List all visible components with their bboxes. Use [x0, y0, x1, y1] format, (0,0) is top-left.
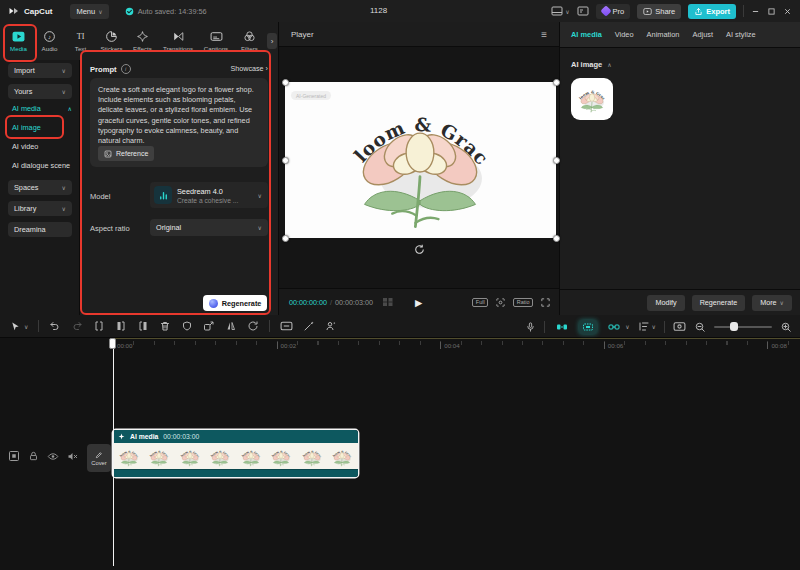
- minimize-button[interactable]: [751, 7, 760, 16]
- timeline-zoom-slider[interactable]: [714, 326, 772, 328]
- lock-icon[interactable]: [28, 450, 39, 462]
- full-preview-button[interactable]: Full: [472, 298, 488, 307]
- timeline-clip-ai-media[interactable]: AI media 00:00:03:00: [113, 430, 358, 477]
- tab-stickers[interactable]: Stickers: [96, 30, 127, 52]
- tab-animation[interactable]: Animation: [647, 30, 680, 39]
- ai-character-icon[interactable]: [325, 320, 337, 332]
- modify-button[interactable]: Modify: [647, 295, 684, 311]
- microphone-icon[interactable]: [525, 321, 536, 333]
- fullscreen-icon[interactable]: [540, 297, 551, 308]
- rotate-handle-icon[interactable]: [413, 243, 426, 256]
- main-track-icon[interactable]: [8, 450, 20, 462]
- zoom-in-icon[interactable]: [780, 321, 792, 333]
- tab-media[interactable]: Media: [3, 30, 34, 52]
- mirror-icon[interactable]: [225, 320, 237, 332]
- selection-handle[interactable]: [282, 157, 289, 164]
- sidebar-item-ai-video[interactable]: AI video: [12, 142, 38, 151]
- pro-button[interactable]: Pro: [596, 4, 631, 19]
- tab-captions[interactable]: Captions: [198, 30, 234, 52]
- delete-right-icon[interactable]: [137, 320, 149, 332]
- tab-video[interactable]: Video: [615, 30, 634, 39]
- media-tab-bar: Media ♪ Audio TI Text Stickers Effect: [0, 22, 278, 60]
- share-button[interactable]: Share: [637, 4, 681, 19]
- tab-overflow-button[interactable]: ›: [267, 33, 277, 49]
- sidebar-item-yours[interactable]: Yours∨: [8, 84, 72, 99]
- sidebar-item-library[interactable]: Library∨: [8, 201, 72, 216]
- chevron-up-icon: ∧: [607, 61, 611, 68]
- player-panel: Player ≡ AI-Generated 00:00:00:00 / 00:0…: [278, 22, 560, 315]
- crop-icon[interactable]: [203, 320, 215, 332]
- tab-transitions[interactable]: Transitions: [158, 30, 198, 52]
- undo-icon[interactable]: [49, 320, 61, 332]
- tab-adjust[interactable]: Adjust: [692, 30, 713, 39]
- generated-logo-image: [325, 86, 515, 234]
- sidebar-item-import[interactable]: Import∨: [8, 63, 72, 78]
- regenerate-button[interactable]: Regenerate: [203, 295, 267, 311]
- fit-focus-icon[interactable]: [495, 297, 506, 308]
- play-button[interactable]: ▶: [415, 297, 422, 308]
- cover-button[interactable]: Cover: [87, 444, 111, 472]
- sidebar-item-ai-dialogue-scene[interactable]: AI dialogue scene: [12, 161, 70, 170]
- frame-view-icon[interactable]: [382, 297, 394, 307]
- cursor-icon: [10, 321, 21, 332]
- ai-image-section-header[interactable]: AI image ∧: [571, 60, 612, 69]
- capcut-logo: CapCut: [8, 5, 52, 17]
- playhead-line[interactable]: [113, 338, 115, 566]
- preview-axis-toggle[interactable]: ∨: [638, 321, 656, 332]
- split-icon[interactable]: [93, 320, 105, 332]
- chevron-down-icon: ∨: [625, 323, 629, 330]
- hide-track-icon[interactable]: [47, 451, 59, 462]
- ai-image-thumbnail[interactable]: [571, 78, 613, 120]
- delete-icon[interactable]: [159, 320, 171, 332]
- slider-thumb[interactable]: [730, 322, 738, 331]
- reference-button[interactable]: Reference: [98, 146, 154, 161]
- select-tool-button[interactable]: ∨: [10, 321, 28, 332]
- tab-filters[interactable]: Filters: [234, 30, 265, 52]
- playhead-handle[interactable]: [109, 338, 116, 349]
- selection-handle[interactable]: [553, 79, 560, 86]
- selection-handle[interactable]: [282, 79, 289, 86]
- regenerate-button-right[interactable]: Regenerate: [692, 295, 746, 311]
- close-button[interactable]: [783, 7, 792, 16]
- menu-button[interactable]: Menu ∨: [70, 4, 108, 19]
- sidebar-item-ai-image[interactable]: AI image: [12, 123, 41, 132]
- player-menu-icon[interactable]: ≡: [541, 29, 547, 40]
- clip-duration: 00:00:03:00: [163, 433, 199, 440]
- layout-switch-button[interactable]: ∨: [551, 6, 569, 16]
- tab-ai-media[interactable]: AI media: [571, 30, 602, 39]
- maximize-button[interactable]: [767, 7, 776, 16]
- selection-handle[interactable]: [553, 235, 560, 242]
- link-clips-toggle[interactable]: ∨: [605, 320, 629, 334]
- zoom-out-icon[interactable]: [694, 321, 706, 333]
- showcase-link[interactable]: Showcase ›: [230, 64, 268, 73]
- divider: [38, 320, 39, 332]
- selection-handle[interactable]: [282, 235, 289, 242]
- playback-quality-icon[interactable]: [673, 321, 686, 332]
- shield-icon[interactable]: [181, 320, 193, 332]
- export-button[interactable]: Export: [688, 4, 736, 19]
- tab-ai-stylize[interactable]: AI stylize: [726, 30, 756, 39]
- tab-audio[interactable]: ♪ Audio: [34, 30, 65, 52]
- delete-left-icon[interactable]: [115, 320, 127, 332]
- model-select[interactable]: Seedream 4.0 Create a cohesive ... ∨: [150, 182, 268, 208]
- aspect-ratio-select[interactable]: Original ∨: [150, 219, 268, 236]
- preview-canvas[interactable]: AI-Generated: [285, 82, 556, 238]
- ratio-button[interactable]: Ratio: [513, 298, 533, 307]
- chevron-right-icon: ›: [266, 64, 268, 73]
- sidebar-item-dreamina[interactable]: Dreamina: [8, 222, 72, 237]
- redo-icon[interactable]: [71, 320, 83, 332]
- mute-track-icon[interactable]: [67, 451, 79, 462]
- tab-effects[interactable]: Effects: [127, 30, 158, 52]
- timeline-ruler[interactable]: 00:00 00:02 00:04 00:06 00:08: [85, 338, 800, 354]
- tab-text[interactable]: TI Text: [65, 30, 96, 52]
- replace-icon[interactable]: [247, 320, 259, 332]
- selection-handle[interactable]: [553, 157, 560, 164]
- magnetic-snap-toggle[interactable]: [553, 320, 571, 334]
- more-button[interactable]: More ∨: [752, 295, 792, 311]
- panel-toggle-icon[interactable]: [577, 6, 589, 16]
- sidebar-item-ai-media[interactable]: AI media∧: [12, 104, 72, 113]
- magic-wand-icon[interactable]: [303, 320, 315, 332]
- sidebar-item-spaces[interactable]: Spaces∨: [8, 180, 72, 195]
- quality-icon[interactable]: [280, 320, 293, 332]
- linkage-toggle[interactable]: [579, 320, 597, 334]
